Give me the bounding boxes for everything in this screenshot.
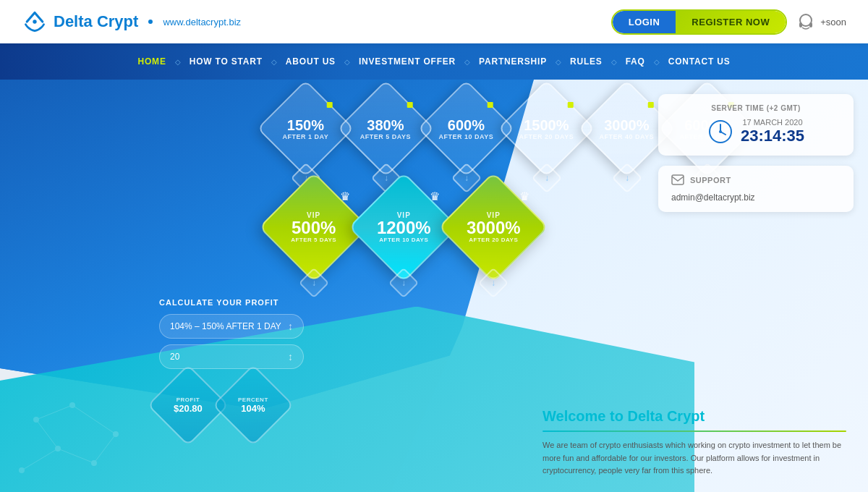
vip-card-2[interactable]: ♛ VIP 1200% AFTER 10 DAYS ↓: [365, 188, 443, 294]
diamond-inner-3: 600% AFTER 10 DAYS: [439, 117, 494, 140]
vip-pct-3: 3000%: [467, 219, 521, 237]
welcome-title: Welcome to Delta Crypt: [542, 408, 846, 425]
support-label: SUPPORT: [690, 176, 731, 184]
vip-after-2: AFTER 10 DAYS: [377, 237, 431, 243]
diamond-arrow-4[interactable]: ↓: [531, 163, 561, 193]
card-2-after: AFTER 5 DAYS: [360, 133, 411, 140]
nav-item-home[interactable]: HOME: [132, 56, 171, 67]
nav-item-investment-offer[interactable]: INVESTMENT OFFER: [353, 56, 461, 67]
header-support: +soon: [796, 12, 846, 32]
svg-line-11: [36, 420, 58, 449]
vip-diamond-3: ♛ VIP 3000% AFTER 20 DAYS: [438, 172, 549, 283]
diamond-top-accent-1: [326, 102, 332, 108]
svg-line-14: [36, 405, 72, 420]
auth-buttons-wrap: LOGIN REGISTER NOW: [611, 9, 788, 35]
header-url: www.deltacrypt.biz: [163, 17, 241, 27]
card-3-percent: 600%: [439, 117, 494, 133]
card-1-after: AFTER 1 DAY: [283, 133, 329, 140]
welcome-title-prefix: Welcome to: [542, 408, 627, 424]
nav-bar: HOME ◇ HOW TO START ◇ ABOUT US ◇ INVESTM…: [0, 43, 868, 80]
server-time-display: 17 MARCH 2020 23:14:35: [671, 118, 841, 145]
diamond-inner-1: 150% AFTER 1 DAY: [283, 117, 329, 140]
card-5-percent: 3000%: [600, 117, 655, 133]
calc-plan-input[interactable]: 104% – 150% AFTER 1 DAY ↕: [159, 314, 304, 339]
nav-sep-3: ◇: [344, 58, 350, 66]
clock-icon: [707, 119, 733, 145]
vip-diamond-inner-1: VIP 500% AFTER 5 DAYS: [291, 211, 336, 243]
vip-after-3: AFTER 20 DAYS: [467, 237, 521, 243]
vip-cards-section: ♛ VIP 500% AFTER 5 DAYS ↓ ♛ VIP 1200% AF…: [275, 188, 532, 294]
support-header: SUPPORT: [671, 174, 841, 186]
card-2-percent: 380%: [360, 117, 411, 133]
vip-pct-1: 500%: [291, 219, 336, 237]
svg-line-13: [94, 434, 116, 463]
diamond-arrow-5[interactable]: ↓: [611, 163, 642, 193]
server-time: 23:14:35: [741, 127, 804, 145]
main-area: 150% AFTER 1 DAY ↓ 380% AFTER 5 DAYS ↓: [0, 80, 868, 492]
diamond-inner-2: 380% AFTER 5 DAYS: [360, 117, 411, 140]
vip-pct-2: 1200%: [377, 219, 431, 237]
vip-diamond-inner-2: VIP 1200% AFTER 10 DAYS: [377, 211, 431, 243]
svg-line-10: [22, 449, 58, 470]
calc-amount-icon: ↕: [288, 351, 293, 362]
card-5-after: AFTER 40 DAYS: [600, 133, 655, 140]
vip-crown-icon-3: ♛: [519, 190, 529, 203]
nav-item-how-to-start[interactable]: HOW TO START: [184, 56, 268, 67]
investment-card-2[interactable]: 380% AFTER 5 DAYS ↓: [352, 94, 420, 189]
nav-sep-1: ◇: [175, 58, 181, 66]
support-box: SUPPORT admin@deltacrypt.biz: [658, 166, 854, 212]
nav-item-partnership[interactable]: PARTNERSHIP: [473, 56, 553, 67]
nav-item-faq[interactable]: FAQ: [620, 56, 651, 67]
welcome-title-highlight: Delta Crypt: [627, 408, 705, 424]
down-arrow-icon-2: ↓: [384, 173, 388, 183]
svg-rect-3: [809, 22, 812, 27]
header-dot-separator: [148, 20, 153, 24]
delta-crypt-logo-icon: [22, 9, 48, 35]
vip-down-icon-2: ↓: [401, 278, 406, 288]
nav-sep-4: ◇: [464, 58, 470, 66]
nav-item-rules[interactable]: RULES: [564, 56, 608, 67]
investment-card-1[interactable]: 150% AFTER 1 DAY ↓: [271, 94, 340, 189]
calc-profit-inner: PROFIT $20.80: [174, 396, 203, 414]
register-button[interactable]: REGISTER NOW: [676, 11, 786, 33]
investment-card-5[interactable]: 3000% AFTER 40 DAYS ↓: [592, 94, 661, 189]
down-arrow-icon-5: ↓: [625, 173, 629, 183]
diamond-inner-4: 1500% AFTER 20 DAYS: [519, 117, 574, 140]
support-email[interactable]: admin@deltacrypt.biz: [671, 192, 755, 203]
server-time-label: SERVER TIME (+2 GMT): [671, 104, 841, 112]
vip-card-1[interactable]: ♛ VIP 500% AFTER 5 DAYS ↓: [275, 188, 353, 294]
calc-amount-input[interactable]: 20 ↕: [159, 344, 304, 369]
login-button[interactable]: LOGIN: [613, 11, 676, 33]
diamond-inner-5: 3000% AFTER 40 DAYS: [600, 117, 655, 140]
vip-down-icon-1: ↓: [312, 278, 316, 288]
svg-rect-20: [672, 175, 684, 184]
calc-profit-label: PROFIT: [174, 396, 203, 403]
svg-point-19: [719, 130, 722, 133]
nav-sep-7: ◇: [654, 58, 660, 66]
card-4-after: AFTER 20 DAYS: [519, 133, 574, 140]
svg-line-12: [58, 449, 94, 463]
investment-card-4[interactable]: 1500% AFTER 20 DAYS ↓: [512, 94, 581, 189]
network-bg-decoration: [0, 347, 145, 492]
header-actions: LOGIN REGISTER NOW +soon: [611, 9, 846, 35]
card-3-after: AFTER 10 DAYS: [439, 133, 494, 140]
logo-text: Delta Crypt: [54, 12, 138, 31]
investment-card-3[interactable]: 600% AFTER 10 DAYS ↓: [432, 94, 501, 189]
server-date: 17 MARCH 2020: [741, 118, 804, 127]
diamond-top-accent-4: [567, 102, 573, 108]
envelope-icon: [671, 174, 684, 186]
nav-item-contact-us[interactable]: CONTACT US: [663, 56, 736, 67]
svg-line-15: [72, 405, 116, 434]
calc-plan-label: 104% – 150% AFTER 1 DAY: [170, 321, 281, 331]
calc-percent-label: PERCENT: [238, 396, 268, 403]
support-soon-label: +soon: [820, 17, 846, 27]
welcome-divider: [542, 430, 846, 432]
welcome-section: Welcome to Delta Crypt We are team of cr…: [521, 394, 868, 492]
vip-diamond-inner-3: VIP 3000% AFTER 20 DAYS: [467, 211, 521, 243]
vip-card-3[interactable]: ♛ VIP 3000% AFTER 20 DAYS ↓: [454, 188, 532, 294]
nav-item-about-us[interactable]: ABOUT US: [280, 56, 341, 67]
card-1-percent: 150%: [283, 117, 329, 133]
calc-plan-icon: ↕: [288, 321, 293, 332]
server-time-box: SERVER TIME (+2 GMT) 17 MARCH 2020 23:14…: [658, 94, 854, 156]
calc-percent-inner: PERCENT 104%: [238, 396, 268, 414]
